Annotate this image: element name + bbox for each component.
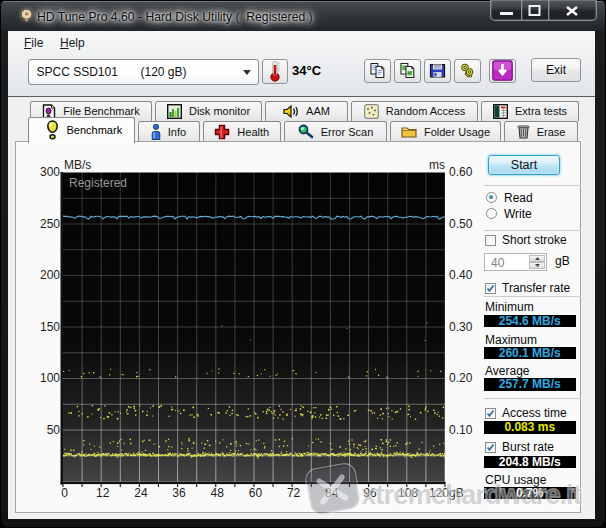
svg-text:xtremehardware.it: xtremehardware.it bbox=[361, 479, 582, 510]
